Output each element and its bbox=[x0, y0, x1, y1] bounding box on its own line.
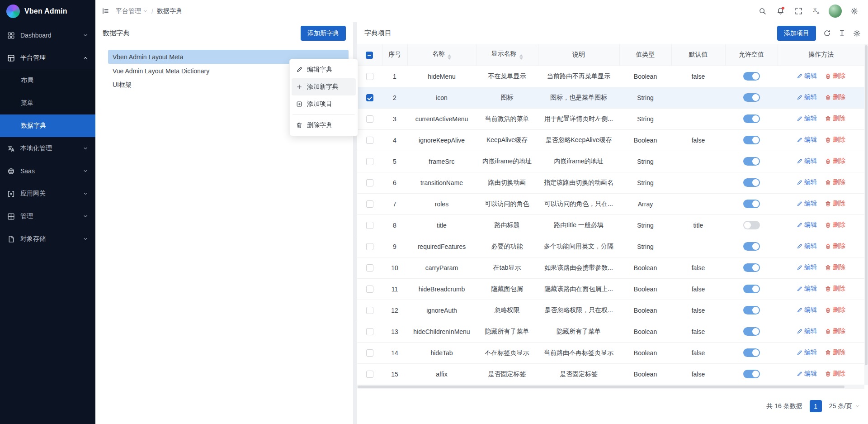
row-checkbox[interactable] bbox=[366, 328, 373, 335]
context-menu-item[interactable]: 删除字典 bbox=[292, 117, 356, 134]
edit-row-button[interactable]: 编辑 bbox=[797, 93, 817, 101]
delete-row-button[interactable]: 删除 bbox=[825, 178, 845, 186]
row-checkbox[interactable] bbox=[366, 349, 373, 357]
vertical-scrollbar[interactable] bbox=[864, 44, 868, 385]
sidebar-item[interactable]: 平台管理 bbox=[0, 47, 95, 69]
context-menu-item[interactable]: 编辑字典 bbox=[292, 61, 356, 78]
row-checkbox[interactable] bbox=[366, 286, 373, 293]
translate-icon[interactable]: 文A bbox=[809, 4, 824, 19]
column-header[interactable]: 名称 bbox=[407, 44, 476, 66]
delete-row-button[interactable]: 删除 bbox=[825, 285, 845, 293]
delete-row-button[interactable]: 删除 bbox=[825, 114, 845, 123]
select-all-checkbox[interactable] bbox=[366, 52, 373, 59]
user-avatar[interactable] bbox=[829, 5, 842, 18]
row-checkbox[interactable] bbox=[366, 243, 373, 250]
delete-row-button[interactable]: 删除 bbox=[825, 72, 845, 80]
edit-row-button[interactable]: 编辑 bbox=[797, 370, 817, 378]
allow-null-toggle[interactable] bbox=[743, 72, 760, 81]
allow-null-toggle[interactable] bbox=[743, 348, 760, 357]
search-icon[interactable] bbox=[755, 4, 770, 19]
row-checkbox[interactable] bbox=[366, 222, 373, 229]
delete-row-button[interactable]: 删除 bbox=[825, 327, 845, 335]
edit-row-button[interactable]: 编辑 bbox=[797, 200, 817, 208]
add-dictionary-button[interactable]: 添加新字典 bbox=[301, 26, 346, 41]
edit-row-button[interactable]: 编辑 bbox=[797, 306, 817, 314]
edit-row-button[interactable]: 编辑 bbox=[797, 221, 817, 229]
edit-row-button[interactable]: 编辑 bbox=[797, 114, 817, 123]
allow-null-toggle[interactable] bbox=[743, 263, 760, 272]
delete-row-button[interactable]: 删除 bbox=[825, 157, 845, 165]
row-checkbox[interactable] bbox=[366, 158, 373, 165]
column-settings-gear-icon[interactable] bbox=[853, 29, 861, 37]
collapse-sidebar-icon[interactable] bbox=[102, 7, 109, 15]
edit-row-button[interactable]: 编辑 bbox=[797, 72, 817, 80]
allow-null-toggle[interactable] bbox=[743, 327, 760, 336]
row-checkbox[interactable] bbox=[366, 179, 373, 186]
allow-null-toggle[interactable] bbox=[743, 93, 760, 102]
edit-row-button[interactable]: 编辑 bbox=[797, 327, 817, 335]
sidebar-item[interactable]: 对象存储 bbox=[0, 228, 95, 250]
column-header[interactable]: 显示名称 bbox=[476, 44, 538, 66]
allow-null-toggle[interactable] bbox=[743, 285, 760, 293]
allow-null-toggle[interactable] bbox=[743, 370, 760, 378]
edit-row-button[interactable]: 编辑 bbox=[797, 136, 817, 144]
allow-null-toggle[interactable] bbox=[743, 114, 760, 123]
row-checkbox[interactable] bbox=[366, 94, 373, 101]
fullscreen-icon[interactable] bbox=[791, 4, 806, 19]
horizontal-scrollbar[interactable] bbox=[357, 385, 864, 389]
page-number-button[interactable]: 1 bbox=[810, 400, 822, 412]
delete-row-button[interactable]: 删除 bbox=[825, 200, 845, 208]
edit-row-button[interactable]: 编辑 bbox=[797, 263, 817, 272]
delete-row-button[interactable]: 删除 bbox=[825, 348, 845, 357]
sidebar-item[interactable]: 本地化管理 bbox=[0, 137, 95, 160]
allow-null-toggle[interactable] bbox=[743, 136, 760, 144]
edit-row-button[interactable]: 编辑 bbox=[797, 348, 817, 357]
context-menu-item[interactable]: 添加新字典 bbox=[292, 78, 356, 95]
sort-icon[interactable] bbox=[519, 54, 523, 60]
add-item-button[interactable]: 添加项目 bbox=[777, 26, 816, 41]
allow-null-toggle[interactable] bbox=[743, 157, 760, 166]
row-checkbox[interactable] bbox=[366, 115, 373, 123]
context-menu-item[interactable]: 添加项目 bbox=[292, 95, 356, 113]
row-height-icon[interactable] bbox=[838, 29, 846, 37]
delete-row-button[interactable]: 删除 bbox=[825, 242, 845, 250]
edit-row-button[interactable]: 编辑 bbox=[797, 178, 817, 186]
row-checkbox[interactable] bbox=[366, 371, 373, 378]
edit-row-button[interactable]: 编辑 bbox=[797, 285, 817, 293]
sidebar-subitem[interactable]: 菜单 bbox=[0, 92, 95, 114]
sidebar-subitem[interactable]: 布局 bbox=[0, 69, 95, 92]
pagination-bar: 共 16 条数据 1 25 条/页 bbox=[357, 389, 868, 424]
allow-null-toggle[interactable] bbox=[743, 306, 760, 314]
sidebar-item[interactable]: 管理 bbox=[0, 205, 95, 228]
delete-row-button[interactable]: 删除 bbox=[825, 263, 845, 272]
row-checkbox[interactable] bbox=[366, 307, 373, 314]
allow-null-toggle[interactable] bbox=[743, 178, 760, 187]
edit-row-button[interactable]: 编辑 bbox=[797, 157, 817, 165]
delete-row-button[interactable]: 删除 bbox=[825, 136, 845, 144]
edit-row-button[interactable]: 编辑 bbox=[797, 242, 817, 250]
delete-row-button[interactable]: 删除 bbox=[825, 221, 845, 229]
page-size-select[interactable]: 25 条/页 bbox=[829, 402, 860, 410]
sidebar-item[interactable]: Saas bbox=[0, 160, 95, 182]
notification-bell-icon[interactable] bbox=[773, 4, 788, 19]
app-logo[interactable]: Vben Admin bbox=[0, 0, 95, 22]
row-checkbox[interactable] bbox=[366, 137, 373, 144]
breadcrumb-item-parent[interactable]: 平台管理 bbox=[116, 7, 148, 15]
row-checkbox[interactable] bbox=[366, 264, 373, 272]
scrollbar-thumb[interactable] bbox=[358, 386, 844, 388]
settings-gear-icon[interactable] bbox=[846, 4, 862, 19]
allow-null-toggle[interactable] bbox=[743, 242, 760, 251]
allow-null-toggle[interactable] bbox=[743, 200, 760, 208]
row-checkbox[interactable] bbox=[366, 200, 373, 208]
delete-row-button[interactable]: 删除 bbox=[825, 306, 845, 314]
sort-icon[interactable] bbox=[448, 54, 451, 60]
row-checkbox[interactable] bbox=[366, 73, 373, 80]
scrollbar-thumb[interactable] bbox=[865, 45, 868, 365]
sidebar-item[interactable]: 应用网关 bbox=[0, 182, 95, 205]
sidebar-item[interactable]: Dashboard bbox=[0, 24, 95, 47]
sidebar-subitem[interactable]: 数据字典 bbox=[0, 114, 95, 137]
delete-row-button[interactable]: 删除 bbox=[825, 93, 845, 101]
delete-row-button[interactable]: 删除 bbox=[825, 370, 845, 378]
refresh-icon[interactable] bbox=[823, 29, 831, 37]
allow-null-toggle[interactable] bbox=[743, 221, 760, 229]
